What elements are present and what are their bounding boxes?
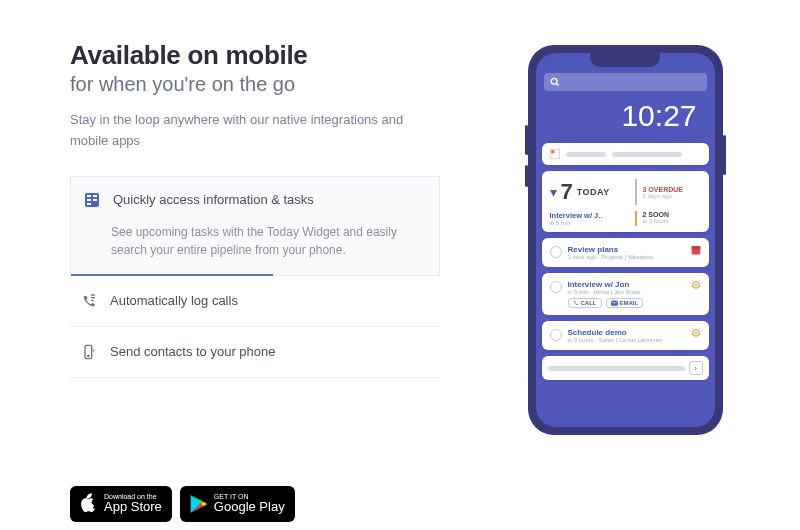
svg-rect-10 bbox=[551, 150, 554, 153]
today-count: 7 bbox=[561, 179, 573, 205]
today-label: TODAY bbox=[577, 187, 610, 197]
apple-icon bbox=[80, 493, 98, 515]
accordion-item-log-calls[interactable]: Automatically log calls bbox=[70, 276, 440, 327]
app-icon bbox=[550, 149, 560, 159]
task-checkbox bbox=[550, 329, 562, 341]
widget-task-interview: Interview w/ Jon in 5 min · Hiring | Jon… bbox=[542, 273, 709, 315]
phone-search-bar bbox=[544, 73, 707, 91]
accordion-body: See upcoming tasks with the Today Widget… bbox=[71, 223, 439, 275]
svg-point-8 bbox=[551, 78, 557, 84]
widget-task-review: Review plans 1 hour ago · Projects | Wes… bbox=[542, 238, 709, 267]
widget-today-summary: ▾ 7 TODAY 3 OVERDUE 2 days ago Interview… bbox=[542, 171, 709, 232]
page-subheading: for when you're on the go bbox=[70, 73, 450, 96]
task-checkbox bbox=[550, 246, 562, 258]
chevron-right-icon: › bbox=[689, 361, 703, 375]
svg-rect-2 bbox=[87, 199, 91, 201]
accordion-title: Send contacts to your phone bbox=[110, 344, 276, 359]
gear-icon bbox=[691, 280, 701, 290]
svg-rect-3 bbox=[87, 203, 91, 205]
search-icon bbox=[550, 77, 560, 87]
svg-point-15 bbox=[695, 284, 697, 286]
badge-big-text: App Store bbox=[104, 500, 162, 514]
phone-sync-icon bbox=[80, 343, 98, 361]
svg-point-17 bbox=[695, 332, 697, 334]
feature-accordion: Quickly access information & tasks See u… bbox=[70, 176, 440, 378]
phone-icon bbox=[573, 300, 579, 306]
accordion-item-send-contacts[interactable]: Send contacts to your phone bbox=[70, 327, 440, 378]
app-store-badge[interactable]: Download on the App Store bbox=[70, 486, 172, 522]
svg-rect-4 bbox=[93, 195, 97, 197]
widget-header bbox=[542, 143, 709, 165]
google-play-icon bbox=[190, 494, 208, 514]
email-button: EMAIL bbox=[606, 298, 644, 308]
accordion-title: Quickly access information & tasks bbox=[113, 192, 314, 207]
list-widget-icon bbox=[83, 191, 101, 209]
email-icon bbox=[611, 300, 618, 306]
badge-big-text: Google Play bbox=[214, 500, 285, 514]
calendar-icon bbox=[691, 245, 701, 255]
page-heading: Available on mobile bbox=[70, 40, 450, 71]
google-play-badge[interactable]: GET IT ON Google Play bbox=[180, 486, 295, 522]
accordion-title: Automatically log calls bbox=[110, 293, 238, 308]
phone-log-icon bbox=[80, 292, 98, 310]
phone-clock: 10:27 bbox=[536, 91, 715, 143]
intro-text: Stay in the loop anywhere with our nativ… bbox=[70, 110, 430, 152]
call-button: CALL bbox=[568, 298, 602, 308]
widget-task-schedule: Schedule demo in 3 hours · Sales | Cerse… bbox=[542, 321, 709, 350]
svg-rect-5 bbox=[93, 199, 97, 201]
phone-mockup: 10:27 ▾ 7 TODAY bbox=[528, 45, 723, 435]
gear-icon bbox=[691, 328, 701, 338]
widget-footer: › bbox=[542, 356, 709, 380]
svg-rect-1 bbox=[87, 195, 91, 197]
task-checkbox bbox=[550, 281, 562, 293]
svg-rect-12 bbox=[691, 246, 700, 249]
accordion-item-access-info[interactable]: Quickly access information & tasks See u… bbox=[70, 176, 440, 276]
svg-point-7 bbox=[88, 355, 89, 356]
